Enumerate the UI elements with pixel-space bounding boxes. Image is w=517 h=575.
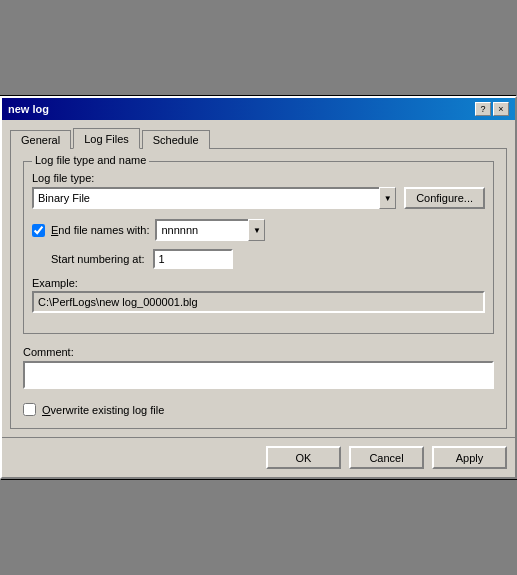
ok-button[interactable]: OK (266, 446, 341, 469)
log-file-type-select-wrapper: Binary File Text File CSV File ▼ (32, 187, 396, 209)
comment-input[interactable] (23, 361, 494, 389)
example-label: Example: (32, 277, 485, 289)
tab-general[interactable]: General (10, 130, 71, 149)
log-file-type-row: Binary File Text File CSV File ▼ Configu… (32, 187, 485, 209)
comment-section: Comment: (23, 346, 494, 391)
tab-log-files[interactable]: Log Files (73, 128, 140, 149)
tab-schedule[interactable]: Schedule (142, 130, 210, 149)
end-file-names-select[interactable]: nnnnnn mmddhhmm yyyymmdd (155, 219, 265, 241)
cancel-button[interactable]: Cancel (349, 446, 424, 469)
title-bar: new log ? × (2, 98, 515, 120)
bottom-buttons: OK Cancel Apply (2, 437, 515, 477)
overwrite-checkbox[interactable] (23, 403, 36, 416)
group-legend: Log file type and name (32, 154, 149, 166)
example-value: C:\PerfLogs\new log_000001.blg (32, 291, 485, 313)
configure-button[interactable]: Configure... (404, 187, 485, 209)
overwrite-label: Overwrite existing log file (42, 404, 164, 416)
title-bar-buttons: ? × (475, 102, 509, 116)
log-file-type-label: Log file type: (32, 172, 485, 184)
comment-label: Comment: (23, 346, 494, 358)
example-section: Example: C:\PerfLogs\new log_000001.blg (32, 277, 485, 313)
end-file-names-label: End file names with: (51, 224, 149, 236)
start-numbering-label: Start numbering at: (51, 253, 145, 265)
tab-content: Log file type and name Log file type: Bi… (10, 148, 507, 429)
log-file-type-select[interactable]: Binary File Text File CSV File (32, 187, 396, 209)
overwrite-row: Overwrite existing log file (23, 403, 494, 416)
end-file-names-row: End file names with: nnnnnn mmddhhmm yyy… (32, 219, 485, 241)
start-numbering-input[interactable]: 1 (153, 249, 233, 269)
end-file-names-checkbox[interactable] (32, 224, 45, 237)
help-button[interactable]: ? (475, 102, 491, 116)
log-file-type-group: Log file type and name Log file type: Bi… (23, 161, 494, 334)
apply-button[interactable]: Apply (432, 446, 507, 469)
tabs-bar: General Log Files Schedule (10, 128, 507, 149)
start-numbering-row: Start numbering at: 1 (32, 249, 485, 269)
close-button[interactable]: × (493, 102, 509, 116)
end-file-names-select-wrapper: nnnnnn mmddhhmm yyyymmdd ▼ (155, 219, 265, 241)
window-title: new log (8, 103, 49, 115)
dialog-window: new log ? × General Log Files Schedule L… (0, 96, 517, 479)
window-body: General Log Files Schedule Log file type… (2, 120, 515, 437)
